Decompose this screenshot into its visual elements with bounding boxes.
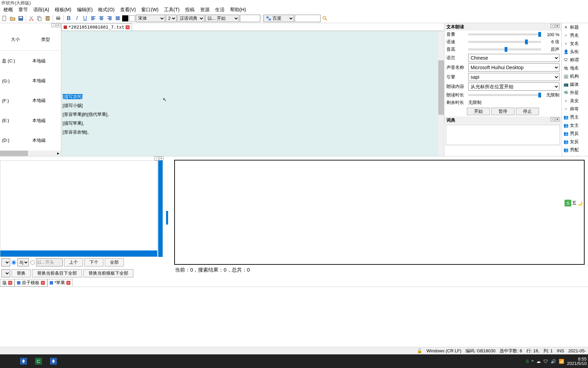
volume-slider[interactable] bbox=[468, 33, 541, 35]
duration-slider[interactable] bbox=[468, 94, 541, 96]
tag-item[interactable]: ♂帅哥 bbox=[562, 105, 588, 113]
tray-wifi-icon[interactable]: 📶 bbox=[559, 359, 564, 364]
speed-slider[interactable] bbox=[468, 41, 541, 43]
align-left-button[interactable] bbox=[89, 15, 97, 22]
tray-up-icon[interactable]: ^ bbox=[532, 359, 534, 364]
align-center-button[interactable] bbox=[98, 15, 105, 22]
close-panel-button[interactable]: × bbox=[555, 117, 559, 121]
menu-template[interactable]: 模板(M) bbox=[52, 6, 74, 14]
match-mode-select[interactable]: 以... 开始 bbox=[205, 15, 239, 22]
bold-button[interactable]: B bbox=[65, 15, 72, 22]
close-tab-button[interactable]: × bbox=[126, 25, 130, 29]
scope-select[interactable]: 从光标所在位置开始 bbox=[468, 82, 559, 91]
bottom-tab[interactable]: 版× bbox=[0, 279, 15, 287]
tag-item[interactable]: ♀美女 bbox=[562, 97, 588, 105]
pitch-slider[interactable] bbox=[468, 48, 541, 50]
close-panel-button[interactable]: × bbox=[555, 24, 559, 28]
tag-item[interactable]: ♀女名 bbox=[562, 40, 588, 48]
close-tab-button[interactable]: × bbox=[8, 281, 12, 285]
open-button[interactable] bbox=[9, 15, 16, 22]
cut-button[interactable] bbox=[28, 15, 35, 22]
menu-format[interactable]: 格式(O) bbox=[95, 6, 117, 14]
menu-life[interactable]: 生活 bbox=[212, 6, 227, 14]
result-list[interactable] bbox=[0, 160, 158, 257]
language-select[interactable]: Chinese bbox=[468, 54, 559, 62]
drive-row[interactable]: (F:)本地磁 bbox=[1, 91, 60, 110]
ime-indicator[interactable]: S 五 🌙 bbox=[565, 200, 583, 206]
task-app-1[interactable] bbox=[16, 355, 31, 367]
file-tab[interactable]: *20210510081601_7.txt × bbox=[61, 23, 132, 31]
new-button[interactable] bbox=[1, 15, 8, 22]
paste-button[interactable] bbox=[44, 15, 51, 22]
and-radio[interactable] bbox=[12, 260, 16, 265]
close-panel-button[interactable]: × bbox=[56, 23, 60, 27]
detach-button[interactable]: ▫ bbox=[154, 156, 159, 160]
voice-select[interactable]: Microsoft Huihui Desktop bbox=[468, 63, 559, 72]
menu-window[interactable]: 窗口(W) bbox=[138, 6, 161, 14]
menu-submit[interactable]: 投稿 bbox=[182, 6, 197, 14]
clock[interactable]: 8:55 2021/5/10 bbox=[567, 357, 587, 366]
tag-item[interactable]: 👥女主 bbox=[562, 121, 588, 129]
tts-stop-button[interactable]: 停止 bbox=[516, 108, 539, 115]
drive-row[interactable]: (D:)本地磁 bbox=[1, 131, 60, 150]
menu-resource[interactable]: 资源 bbox=[197, 6, 212, 14]
drive-row[interactable]: 盘 (C:)本地磁 bbox=[1, 51, 60, 71]
bottom-tab[interactable]: 原子模板× bbox=[15, 279, 47, 287]
tag-item[interactable]: ≡标题 bbox=[562, 23, 588, 31]
dict-input[interactable] bbox=[240, 15, 260, 22]
menu-edit[interactable]: 编辑(E) bbox=[74, 6, 96, 14]
web-search-input[interactable] bbox=[295, 15, 321, 22]
vertical-scrollbar[interactable] bbox=[158, 160, 163, 257]
col-type[interactable]: 类型 bbox=[31, 29, 61, 51]
tag-item[interactable]: 👥女反 bbox=[562, 138, 588, 146]
menu-view[interactable]: 查看(V) bbox=[117, 6, 139, 14]
task-app-3[interactable] bbox=[46, 355, 61, 367]
color-white[interactable] bbox=[129, 15, 135, 21]
and-select[interactable]: 与 bbox=[17, 258, 29, 266]
task-app-2[interactable]: C bbox=[31, 355, 46, 367]
replace-select[interactable] bbox=[1, 269, 10, 277]
search-button[interactable] bbox=[321, 15, 329, 22]
dictionary-select[interactable]: 汉语词典 bbox=[177, 15, 205, 22]
col-size[interactable]: 大小 bbox=[1, 29, 30, 51]
tray-ime-icon[interactable]: S bbox=[526, 359, 529, 364]
menu-help[interactable]: 帮助(H) bbox=[227, 6, 249, 14]
tag-item[interactable]: 地地名 bbox=[562, 64, 588, 72]
next-button[interactable]: 下个 bbox=[84, 258, 103, 266]
underline-button[interactable]: U bbox=[81, 15, 89, 22]
close-panel-button[interactable]: × bbox=[159, 156, 163, 160]
tag-item[interactable]: 👥男主 bbox=[562, 113, 588, 121]
replace-button[interactable]: 替换 bbox=[12, 269, 31, 277]
menu-chapter[interactable]: 章节 bbox=[16, 6, 31, 14]
menu-segment[interactable]: 语段(A) bbox=[31, 6, 52, 14]
tray-shield-icon[interactable]: 🛡 bbox=[543, 359, 548, 364]
horizontal-scrollbar[interactable]: ▸ bbox=[0, 151, 61, 156]
tag-item[interactable]: ♂男名 bbox=[562, 31, 588, 40]
search-engine-select[interactable]: 🐾 百度 bbox=[263, 15, 294, 22]
tag-item[interactable]: 👤头衔 bbox=[562, 48, 588, 56]
close-tab-button[interactable]: × bbox=[41, 281, 45, 285]
close-tab-button[interactable]: × bbox=[66, 281, 70, 285]
preview-box[interactable] bbox=[174, 160, 585, 265]
tag-item[interactable]: 🏢机构 bbox=[562, 72, 588, 80]
font-size-select[interactable]: 20 bbox=[166, 15, 177, 22]
bottom-tab-active[interactable]: *苹果× bbox=[47, 279, 73, 287]
color-black[interactable] bbox=[122, 15, 128, 21]
tts-start-button[interactable]: 开始 bbox=[467, 108, 490, 115]
tag-item[interactable]: 📺媒体 bbox=[562, 80, 588, 89]
editor-textarea[interactable]: [描写农民] [描写小贩] [形容苹果]的[指代苹果]。 [描写苹果]。 [形容… bbox=[61, 31, 438, 156]
font-family-select[interactable]: 宋体 bbox=[136, 15, 165, 22]
engine-select[interactable]: sapi bbox=[468, 73, 559, 81]
detach-button[interactable]: ▫ bbox=[551, 24, 555, 28]
drive-row[interactable]: (E:)本地磁 bbox=[1, 111, 60, 130]
italic-button[interactable]: I bbox=[73, 15, 81, 22]
vertical-scrollbar[interactable] bbox=[438, 31, 444, 156]
tag-item[interactable]: 🛸外星 bbox=[562, 89, 588, 97]
menu-outline[interactable]: 梗概 bbox=[1, 6, 16, 14]
start-radio[interactable] bbox=[30, 260, 35, 265]
splitter[interactable] bbox=[163, 156, 171, 279]
print-button[interactable] bbox=[54, 15, 62, 22]
tray-volume-icon[interactable]: 🔊 bbox=[551, 359, 556, 364]
align-justify-button[interactable] bbox=[114, 15, 121, 22]
detach-button[interactable]: ▫ bbox=[51, 23, 55, 27]
